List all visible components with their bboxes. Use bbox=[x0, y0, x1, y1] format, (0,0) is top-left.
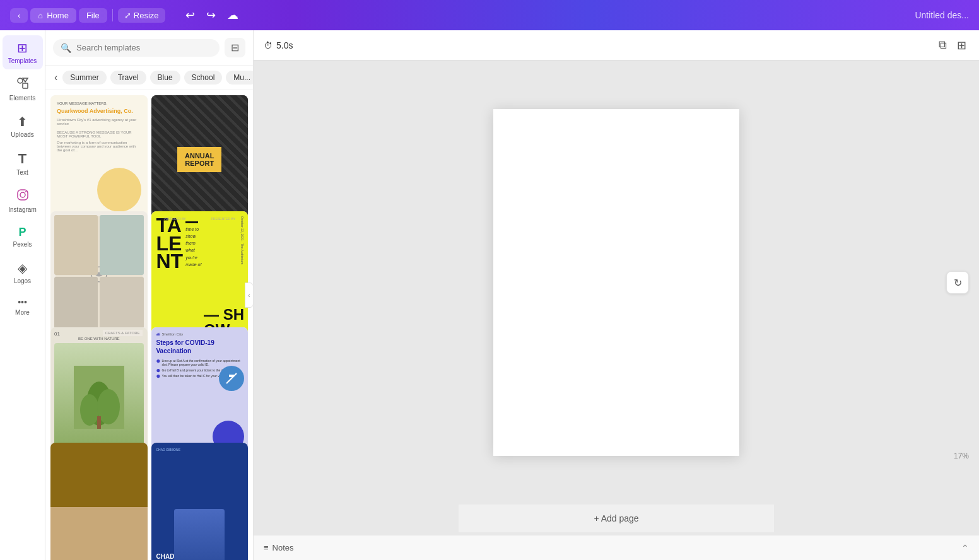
search-input[interactable] bbox=[76, 43, 212, 52]
back-button[interactable]: ‹ bbox=[10, 8, 28, 23]
canvas-page[interactable] bbox=[493, 109, 739, 456]
canvas-area: ⏱ 5.0s ⧉ ⊞ ↻ 17% + Add page bbox=[254, 30, 979, 560]
topbar-left: ‹ ⌂ Home File ⤢ Resize bbox=[10, 8, 165, 23]
home-icon: ⌂ bbox=[38, 11, 43, 20]
sidebar-item-text[interactable]: T Text bbox=[3, 146, 43, 181]
hide-panel-button[interactable]: ‹ bbox=[245, 283, 254, 308]
sidebar-more-label: More bbox=[15, 309, 30, 316]
notes-icon: ≡ bbox=[264, 543, 269, 552]
tag-blue[interactable]: Blue bbox=[150, 71, 180, 85]
tag-summer[interactable]: Summer bbox=[62, 71, 106, 85]
templates-icon: ⊞ bbox=[17, 40, 28, 55]
template-grid: YOUR MESSAGE MATTERS. Quarkwood Advertis… bbox=[45, 90, 253, 560]
divider bbox=[112, 9, 113, 21]
canvas-toolbar: ⏱ 5.0s ⧉ ⊞ bbox=[254, 30, 979, 61]
add-page-icon-button[interactable]: ⊞ bbox=[954, 36, 969, 55]
sidebar-instagram-label: Instagram bbox=[8, 206, 36, 213]
sidebar-item-logos[interactable]: ◈ Logos bbox=[3, 255, 43, 289]
canvas-main: ↻ 17% bbox=[254, 61, 979, 505]
document-title: Untitled des... bbox=[915, 10, 969, 20]
sidebar-text-label: Text bbox=[16, 169, 28, 176]
redo-button[interactable]: ↪ bbox=[201, 6, 221, 25]
svg-rect-13 bbox=[229, 375, 234, 377]
sidebar-logos-label: Logos bbox=[14, 277, 31, 284]
instagram-icon bbox=[16, 189, 29, 204]
canvas-right-tools: ⧉ ⊞ bbox=[936, 36, 969, 55]
file-label: File bbox=[86, 11, 100, 20]
svg-point-9 bbox=[80, 394, 99, 426]
resize-icon: ⤢ bbox=[124, 11, 131, 20]
file-button[interactable]: File bbox=[79, 8, 107, 23]
zoom-level: 17% bbox=[954, 452, 969, 460]
search-icon: 🔍 bbox=[61, 43, 71, 53]
topbar: ‹ ⌂ Home File ⤢ Resize ↩ ↪ ☁ Untitled de… bbox=[0, 0, 979, 30]
template-card-1[interactable]: YOUR MESSAGE MATTERS. Quarkwood Advertis… bbox=[50, 95, 148, 225]
svg-point-0 bbox=[18, 78, 23, 83]
search-input-wrap: 🔍 bbox=[53, 39, 220, 57]
sidebar-item-uploads[interactable]: ⬆ Uploads bbox=[3, 109, 43, 143]
text-icon: T bbox=[18, 151, 26, 167]
notes-label: Notes bbox=[273, 543, 294, 552]
svg-marker-2 bbox=[23, 78, 28, 82]
sidebar-item-instagram[interactable]: Instagram bbox=[3, 184, 43, 218]
tag-travel[interactable]: Travel bbox=[110, 71, 146, 85]
add-page-area: + Add page bbox=[254, 505, 979, 535]
logos-icon: ◈ bbox=[18, 260, 27, 276]
notes-button[interactable]: ≡ Notes bbox=[264, 543, 294, 552]
home-button[interactable]: ⌂ Home bbox=[30, 8, 76, 23]
sidebar-pexels-label: Pexels bbox=[13, 241, 32, 248]
duplicate-page-button[interactable]: ⧉ bbox=[936, 36, 949, 54]
template-card-8[interactable]: CHAD GIBBONS CHAD GIBBONS bbox=[151, 443, 249, 560]
uploads-icon: ⬆ bbox=[17, 114, 28, 129]
tag-prev-button[interactable]: ‹ bbox=[53, 71, 59, 85]
template-card-3[interactable]: CRAFTS & FATORE bbox=[50, 211, 148, 341]
sidebar-templates-label: Templates bbox=[8, 57, 37, 64]
resize-label: Resize bbox=[134, 11, 159, 20]
svg-point-4 bbox=[20, 192, 25, 197]
add-page-button[interactable]: + Add page bbox=[459, 505, 774, 532]
resize-button[interactable]: ⤢ Resize bbox=[118, 8, 165, 23]
svg-rect-11 bbox=[97, 416, 101, 429]
notes-bar: ≡ Notes ⌃ bbox=[254, 535, 979, 560]
topbar-nav: ↩ ↪ ☁ bbox=[180, 6, 243, 25]
more-icon: ••• bbox=[18, 297, 27, 307]
template-card-5[interactable]: 01 BE ONE WITH NATURE bbox=[50, 327, 148, 457]
save-button[interactable]: ☁ bbox=[222, 6, 243, 25]
main-layout: ⊞ Templates Elements ⬆ Uploads T Text In… bbox=[0, 30, 979, 560]
template-card-7[interactable] bbox=[50, 443, 148, 560]
templates-panel: 🔍 ⊟ ‹ Summer Travel Blue School Mu... › … bbox=[45, 30, 254, 560]
search-bar: 🔍 ⊟ bbox=[45, 30, 253, 66]
tag-music[interactable]: Mu... bbox=[226, 71, 253, 85]
svg-rect-1 bbox=[23, 83, 28, 88]
sidebar-item-pexels[interactable]: P Pexels bbox=[3, 221, 43, 253]
filter-button[interactable]: ⊟ bbox=[225, 38, 245, 57]
sidebar-elements-label: Elements bbox=[9, 95, 36, 102]
undo-button[interactable]: ↩ bbox=[180, 6, 200, 25]
template-card-4[interactable]: TALENT time toshowthemwhatyou'remade of … bbox=[151, 211, 249, 341]
template-card-2[interactable]: ANNUAL REPORT PREPARED BYPRESENTED BY bbox=[151, 95, 249, 225]
sidebar-icons: ⊞ Templates Elements ⬆ Uploads T Text In… bbox=[0, 30, 45, 560]
chevron-left-icon: ‹ bbox=[18, 11, 20, 20]
timer-value: 5.0s bbox=[276, 40, 293, 50]
sidebar-item-more[interactable]: ••• More bbox=[3, 292, 43, 321]
svg-point-5 bbox=[25, 191, 26, 192]
notes-expand-button[interactable]: ⌃ bbox=[961, 543, 969, 553]
tag-bar: ‹ Summer Travel Blue School Mu... › bbox=[45, 66, 253, 90]
sidebar-item-elements[interactable]: Elements bbox=[3, 72, 43, 107]
elements-icon bbox=[16, 77, 29, 93]
template-card-6[interactable]: 🏙 Sheltlon City Steps for COVID-19 Vacci… bbox=[151, 327, 249, 457]
timer-display: ⏱ 5.0s bbox=[264, 40, 293, 50]
sidebar-item-templates[interactable]: ⊞ Templates bbox=[3, 35, 43, 69]
home-label: Home bbox=[47, 11, 69, 20]
sidebar-uploads-label: Uploads bbox=[11, 131, 34, 138]
pexels-icon: P bbox=[18, 226, 26, 239]
page-number: 17% bbox=[954, 452, 969, 460]
timer-icon: ⏱ bbox=[264, 40, 273, 50]
refresh-button[interactable]: ↻ bbox=[946, 271, 969, 294]
tag-school[interactable]: School bbox=[184, 71, 223, 85]
